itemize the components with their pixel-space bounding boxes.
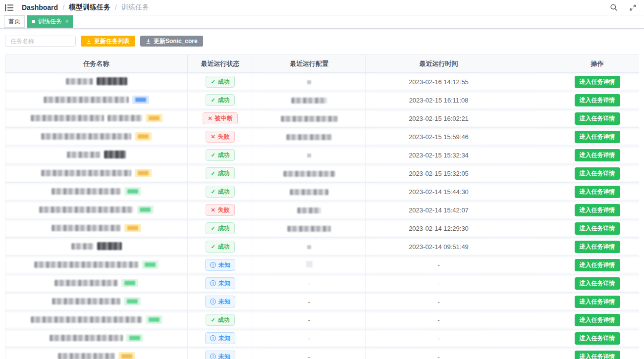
table-row: ✕失败2023-02-15 15:59:46进入任务详情 [5, 128, 640, 146]
status-label: 成功 [218, 317, 230, 323]
enter-task-detail-button[interactable]: 进入任务详情 [575, 314, 620, 326]
task-tag-green [142, 260, 159, 269]
enter-task-detail-button[interactable]: 进入任务详情 [575, 76, 620, 88]
redacted-text-block [66, 78, 93, 85]
enter-task-detail-button[interactable]: 进入任务详情 [575, 296, 620, 308]
table-row: ✓成功2023-02-14 12:29:30进入任务详情 [5, 219, 640, 238]
run-time-cell: 2023-02-16 14:12:55 [366, 73, 512, 91]
status-badge-success: ✓成功 [206, 167, 234, 179]
table-row: !未知--进入任务详情 [5, 348, 640, 359]
breadcrumb-dashboard[interactable]: Dashboard [22, 3, 58, 11]
redacted-task-name [52, 224, 141, 232]
redacted-text-block [39, 206, 133, 213]
status-cell: ✓成功 [188, 311, 253, 329]
task-tag-green [137, 205, 154, 214]
breadcrumb-model-training[interactable]: 模型训练任务 [69, 3, 110, 12]
enter-task-detail-button[interactable]: 进入任务详情 [575, 186, 620, 198]
tab-close-icon[interactable]: × [65, 19, 68, 24]
redacted-text-block [97, 242, 122, 250]
redacted-tag-text [140, 207, 151, 212]
redacted-text-block [67, 152, 101, 158]
redacted-task-name [71, 242, 122, 250]
table-row: !未知--进入任务详情 [5, 274, 640, 293]
redacted-tag-text [127, 299, 138, 304]
empty-config-placeholder: - [308, 353, 310, 359]
task-tag-green [121, 279, 138, 287]
empty-config-placeholder: - [308, 316, 310, 324]
action-cell: 进入任务详情 [512, 238, 640, 256]
fullscreen-icon[interactable] [628, 3, 637, 12]
redacted-tag-text [138, 134, 149, 139]
run-time-cell: - [366, 293, 512, 311]
search-icon[interactable] [609, 3, 618, 12]
status-label: 成功 [218, 189, 230, 195]
redacted-config-mark [307, 245, 311, 249]
breadcrumb: Dashboard / 模型训练任务 / 训练任务 [22, 3, 149, 12]
status-badge-success: ✓成功 [206, 241, 234, 253]
redacted-text-block [71, 243, 94, 250]
task-tag-green [146, 315, 162, 324]
info-circle-icon: ! [210, 354, 216, 359]
enter-task-detail-button[interactable]: 进入任务详情 [575, 204, 620, 216]
action-cell: 进入任务详情 [512, 256, 640, 274]
enter-task-detail-button[interactable]: 进入任务详情 [575, 112, 620, 125]
task-tag-yellow [124, 224, 141, 232]
col-header-run-config: 最近运行配置 [253, 55, 366, 73]
enter-task-detail-button[interactable]: 进入任务详情 [575, 351, 620, 359]
enter-task-detail-button[interactable]: 进入任务详情 [575, 259, 620, 271]
enter-task-detail-button[interactable]: 进入任务详情 [575, 277, 620, 290]
status-cell: !未知 [188, 256, 253, 274]
redacted-tag-text [138, 171, 149, 175]
task-name-cell [5, 238, 188, 256]
enter-task-detail-button[interactable]: 进入任务详情 [575, 332, 620, 345]
run-config-cell [253, 256, 366, 274]
redacted-text-block [41, 170, 131, 176]
task-name-cell [5, 109, 188, 128]
redacted-tag-text [149, 317, 160, 322]
sidebar-toggle-icon[interactable] [4, 2, 14, 12]
run-config-cell [253, 128, 366, 146]
redacted-text-block [54, 280, 118, 286]
redacted-tag-text [127, 226, 138, 230]
tab-home[interactable]: 首页 [4, 15, 25, 28]
redacted-task-name [54, 279, 138, 287]
status-label: 未知 [218, 335, 230, 341]
run-time-cell: - [366, 329, 512, 348]
redacted-task-name [50, 334, 143, 342]
enter-task-detail-button[interactable]: 进入任务详情 [575, 241, 620, 253]
breadcrumb-current-page: 训练任务 [121, 3, 149, 12]
status-label: 未知 [218, 354, 230, 359]
enter-task-detail-button[interactable]: 进入任务详情 [575, 167, 620, 180]
run-config-cell: - [253, 329, 366, 348]
task-name-cell [5, 219, 188, 238]
table-row: ✓成功2023-02-15 15:32:34进入任务详情 [5, 146, 640, 164]
table-row: ✕失败2023-02-14 15:42:07进入任务详情 [5, 201, 640, 219]
status-cell: ✓成功 [188, 164, 253, 183]
filter-toolbar: 更新任务列表 更新Sonic_core [5, 36, 639, 47]
status-label: 成功 [218, 244, 230, 250]
check-icon: ✓ [211, 189, 215, 195]
update-sonic-core-button[interactable]: 更新Sonic_core [140, 36, 203, 47]
enter-task-detail-button[interactable]: 进入任务详情 [575, 222, 620, 235]
status-cell: ✓成功 [188, 238, 253, 256]
task-tag-green [124, 187, 141, 196]
task-name-cell [5, 201, 188, 219]
status-cell: !未知 [188, 329, 253, 348]
update-task-list-button[interactable]: 更新任务列表 [81, 36, 135, 47]
tab-training-tasks[interactable]: 训练任务 × [27, 15, 73, 28]
task-name-cell [5, 348, 188, 359]
enter-task-detail-button[interactable]: 进入任务详情 [575, 131, 620, 143]
table-row: !未知--进入任务详情 [5, 329, 640, 348]
redacted-tag-text [121, 354, 132, 359]
run-time-cell: - [366, 274, 512, 293]
redacted-tag-text [124, 281, 135, 285]
redacted-config-text [281, 116, 338, 122]
redacted-text-block [52, 298, 120, 305]
redacted-tag-text [127, 189, 138, 194]
status-label: 未知 [218, 280, 230, 286]
enter-task-detail-button[interactable]: 进入任务详情 [575, 94, 620, 106]
redacted-text-block [41, 133, 131, 140]
status-label: 成功 [218, 225, 230, 231]
enter-task-detail-button[interactable]: 进入任务详情 [575, 149, 620, 161]
task-name-search-input[interactable] [5, 36, 76, 47]
